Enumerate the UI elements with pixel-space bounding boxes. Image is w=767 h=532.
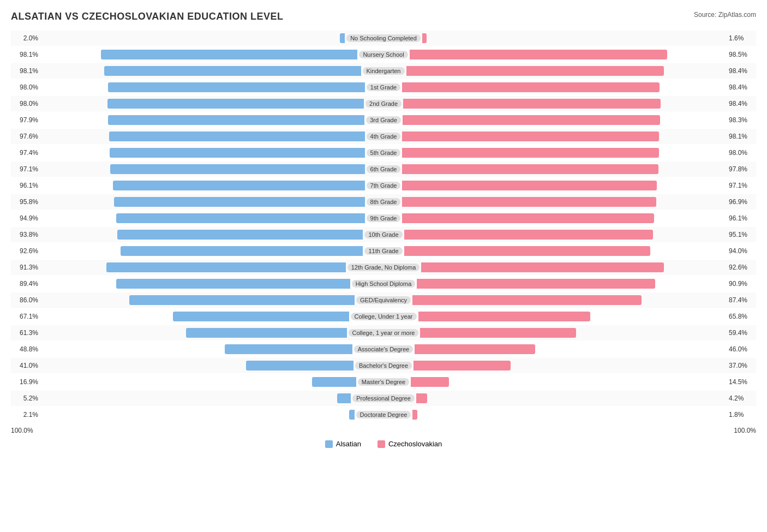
- right-value: 92.6%: [726, 264, 756, 271]
- left-value: 94.9%: [11, 214, 41, 222]
- bar-row: 5.2%Professional Degree4.2%: [11, 391, 756, 406]
- bar-row: 86.0%GED/Equivalency87.4%: [11, 292, 756, 308]
- left-value: 98.0%: [11, 100, 41, 107]
- right-value: 1.6%: [726, 34, 756, 42]
- bar-row: 98.1%Nursery School98.5%: [11, 47, 756, 62]
- right-value: 95.1%: [726, 231, 756, 238]
- bar-label: 9th Grade: [367, 214, 401, 222]
- bar-label: High School Diploma: [352, 280, 416, 288]
- center-area: Nursery School: [41, 47, 726, 62]
- left-value: 95.8%: [11, 198, 41, 206]
- right-value: 37.0%: [726, 362, 756, 369]
- legend-alsatian-color: [325, 440, 333, 448]
- left-bar: [110, 148, 365, 158]
- right-value: 1.8%: [726, 411, 756, 419]
- right-value: 87.4%: [726, 296, 756, 304]
- left-bar: [101, 50, 358, 59]
- bar-row: 93.8%10th Grade95.1%: [11, 227, 756, 242]
- chart-area: 2.0%No Schooling Completed1.6%98.1%Nurse…: [11, 31, 756, 422]
- left-bar: [106, 262, 345, 272]
- bar-label: Bachelor's Degree: [355, 362, 412, 369]
- right-bar: [402, 213, 654, 223]
- left-value: 93.8%: [11, 231, 41, 238]
- right-bar: [421, 262, 663, 272]
- left-bar: [108, 82, 364, 92]
- center-area: 9th Grade: [41, 211, 726, 226]
- center-area: Professional Degree: [41, 391, 726, 406]
- right-value: 97.8%: [726, 165, 756, 173]
- bar-label: 5th Grade: [367, 149, 401, 157]
- bar-row: 92.6%11th Grade94.0%: [11, 243, 756, 259]
- legend-alsatian: Alsatian: [325, 440, 361, 448]
- bar-row: 48.8%Associate's Degree46.0%: [11, 342, 756, 357]
- left-value: 2.1%: [11, 411, 41, 419]
- bar-row: 97.9%3rd Grade98.3%: [11, 112, 756, 128]
- right-value: 96.9%: [726, 198, 756, 206]
- center-area: 3rd Grade: [41, 112, 726, 128]
- center-area: 6th Grade: [41, 162, 726, 177]
- left-bar: [116, 213, 365, 223]
- left-value: 98.1%: [11, 67, 41, 75]
- right-bar: [412, 295, 642, 305]
- left-bar: [114, 197, 365, 207]
- legend-czechoslovakian: Czechoslovakian: [377, 440, 442, 448]
- center-area: 12th Grade, No Diploma: [41, 260, 726, 275]
- left-bar: [225, 344, 352, 354]
- right-bar: [402, 197, 656, 207]
- bar-label: 8th Grade: [367, 198, 401, 206]
- left-value: 2.0%: [11, 34, 41, 42]
- left-bar: [129, 295, 355, 305]
- right-value: 98.0%: [726, 149, 756, 157]
- footer-left-label: 100.0%: [11, 427, 33, 434]
- left-value: 97.6%: [11, 133, 41, 140]
- center-area: 7th Grade: [41, 178, 726, 193]
- bar-label: 2nd Grade: [365, 100, 402, 107]
- bar-label: Doctorate Degree: [356, 411, 411, 419]
- right-bar: [417, 279, 655, 289]
- bar-row: 2.0%No Schooling Completed1.6%: [11, 31, 756, 46]
- right-bar: [402, 131, 659, 141]
- bar-label: Master's Degree: [358, 378, 409, 386]
- right-bar: [402, 148, 658, 158]
- right-bar: [411, 377, 449, 387]
- right-bar: [418, 312, 591, 321]
- bar-row: 67.1%College, Under 1 year65.8%: [11, 309, 756, 324]
- right-value: 14.5%: [726, 378, 756, 386]
- center-area: 10th Grade: [41, 227, 726, 242]
- right-value: 98.3%: [726, 116, 756, 124]
- left-bar: [107, 99, 364, 109]
- right-value: 96.1%: [726, 214, 756, 222]
- right-bar: [415, 344, 535, 354]
- left-value: 61.3%: [11, 329, 41, 337]
- left-bar: [113, 181, 364, 190]
- center-area: Bachelor's Degree: [41, 358, 726, 373]
- bar-label: Professional Degree: [352, 394, 415, 402]
- legend-czechoslovakian-color: [377, 440, 385, 448]
- right-value: 97.1%: [726, 182, 756, 189]
- center-area: GED/Equivalency: [41, 292, 726, 308]
- bar-label: 4th Grade: [367, 133, 401, 140]
- bar-row: 89.4%High School Diploma90.9%: [11, 276, 756, 291]
- bar-row: 94.9%9th Grade96.1%: [11, 211, 756, 226]
- center-area: High School Diploma: [41, 276, 726, 291]
- bar-label: 12th Grade, No Diploma: [347, 264, 420, 271]
- right-bar: [402, 82, 660, 92]
- right-bar: [402, 164, 658, 174]
- source-label: Source: ZipAtlas.com: [694, 11, 756, 19]
- center-area: 5th Grade: [41, 145, 726, 160]
- right-value: 98.4%: [726, 100, 756, 107]
- center-area: 1st Grade: [41, 80, 726, 95]
- right-bar: [420, 328, 576, 338]
- left-value: 98.1%: [11, 51, 41, 58]
- center-area: 11th Grade: [41, 243, 726, 259]
- bar-row: 95.8%8th Grade96.9%: [11, 194, 756, 210]
- bar-row: 96.1%7th Grade97.1%: [11, 178, 756, 193]
- bar-row: 16.9%Master's Degree14.5%: [11, 374, 756, 390]
- right-bar: [403, 115, 660, 125]
- center-area: Doctorate Degree: [41, 407, 726, 422]
- right-value: 4.2%: [726, 394, 756, 402]
- footer-labels: 100.0% 100.0%: [11, 427, 756, 434]
- bar-row: 2.1%Doctorate Degree1.8%: [11, 407, 756, 422]
- left-bar: [173, 312, 349, 321]
- center-area: 8th Grade: [41, 194, 726, 210]
